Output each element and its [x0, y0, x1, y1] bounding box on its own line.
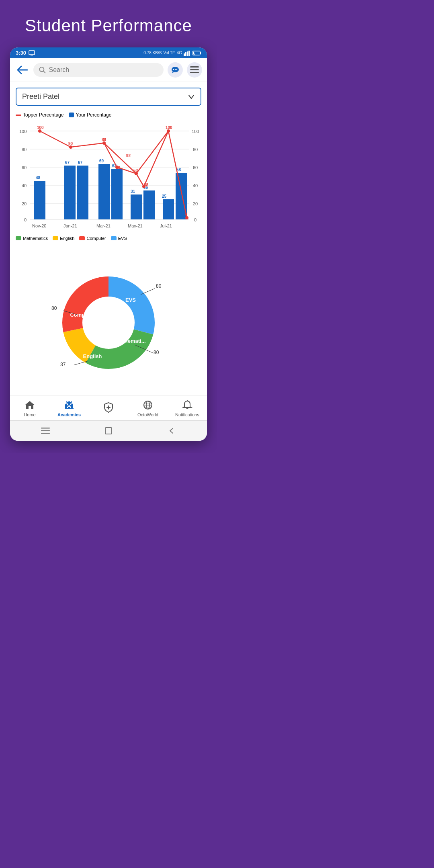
svg-text:100: 100 — [19, 129, 27, 134]
legend-evs: EVS — [111, 236, 127, 241]
svg-rect-1 — [31, 55, 33, 55]
android-back-icon — [167, 426, 176, 435]
svg-text:92: 92 — [126, 154, 131, 158]
donut-svg: EVS Mathemati... English Compute... 80 8… — [44, 258, 173, 387]
nav-item-octoworld[interactable]: OctoWorld — [128, 399, 168, 417]
top-nav — [10, 58, 207, 82]
legend-math-label: Mathematics — [23, 236, 48, 241]
svg-rect-43 — [98, 164, 110, 219]
network-type: 4G — [177, 51, 182, 55]
volte-label: VoLTE — [163, 51, 175, 55]
android-nav — [10, 420, 207, 441]
nav-item-academics[interactable]: Academics — [49, 399, 89, 417]
svg-text:67: 67 — [65, 160, 70, 165]
svg-text:0: 0 — [194, 217, 197, 222]
svg-point-56 — [69, 145, 72, 149]
svg-rect-45 — [111, 169, 123, 219]
svg-text:80: 80 — [22, 147, 27, 152]
svg-text:Jul-21: Jul-21 — [160, 223, 172, 228]
legend-yours-label: Your Percentage — [76, 112, 111, 118]
svg-text:Jan-21: Jan-21 — [63, 223, 77, 228]
message-button[interactable] — [168, 62, 183, 78]
svg-text:60: 60 — [22, 165, 27, 170]
svg-text:37: 37 — [60, 362, 66, 367]
signal-icon — [184, 50, 191, 56]
android-menu-icon — [41, 427, 50, 434]
legend-english: English — [53, 236, 74, 241]
page-title: Student Performance — [17, 0, 200, 47]
message-icon — [171, 66, 180, 74]
svg-text:48: 48 — [36, 176, 41, 180]
nav-notifications-label: Notifications — [175, 412, 199, 417]
menu-button[interactable] — [187, 62, 202, 78]
svg-text:100: 100 — [192, 129, 199, 134]
content-area: Preeti Patel Topper Percentage Your Perc… — [10, 82, 207, 250]
chart-legend: Topper Percentage Your Percentage — [16, 112, 201, 118]
nav-octoworld-label: OctoWorld — [137, 412, 158, 417]
donut-section: EVS Mathemati... English Compute... 80 8… — [10, 250, 207, 395]
android-back-button[interactable] — [166, 425, 178, 437]
status-bar: 3:30 0.78 KB/S VoLTE 4G 6 — [10, 47, 207, 58]
svg-text:Nov-20: Nov-20 — [32, 223, 46, 228]
legend-evs-label: EVS — [118, 236, 127, 241]
svg-line-11 — [43, 71, 45, 73]
svg-rect-18 — [190, 72, 199, 73]
svg-rect-17 — [190, 69, 199, 70]
android-menu-button[interactable] — [39, 425, 51, 437]
svg-line-87 — [141, 289, 155, 295]
battery-icon: 6 — [192, 51, 201, 55]
svg-text:25: 25 — [162, 194, 167, 199]
svg-text:100: 100 — [166, 125, 172, 130]
legend-computer: Computer — [79, 236, 106, 241]
nav-item-notifications[interactable]: Notifications — [168, 399, 207, 417]
bar-chart: 100 80 60 40 20 0 100 80 60 40 20 0 — [16, 121, 201, 233]
svg-text:69: 69 — [99, 159, 104, 163]
svg-rect-110 — [41, 430, 50, 432]
legend-topper: Topper Percentage — [16, 112, 63, 118]
svg-text:88: 88 — [102, 137, 106, 142]
svg-point-15 — [176, 69, 177, 70]
svg-text:80: 80 — [51, 305, 57, 311]
nav-item-center[interactable] — [89, 402, 128, 415]
android-home-button[interactable] — [102, 425, 115, 437]
nav-item-home[interactable]: Home — [10, 399, 49, 417]
svg-rect-2 — [184, 53, 185, 56]
bar-chart-svg: 100 80 60 40 20 0 100 80 60 40 20 0 — [16, 121, 201, 233]
svg-point-14 — [175, 69, 176, 70]
bottom-nav: Home Academics — [10, 395, 207, 420]
dropdown-arrow-icon — [188, 93, 195, 100]
svg-rect-0 — [29, 51, 35, 55]
legend-yours: Your Percentage — [69, 112, 111, 118]
globe-icon — [142, 399, 154, 411]
svg-text:6: 6 — [194, 52, 195, 55]
svg-rect-7 — [200, 52, 201, 54]
legend-computer-label: Computer — [86, 236, 106, 241]
bar-chart-area: Topper Percentage Your Percentage 100 80… — [16, 112, 201, 245]
chart-bottom-legend: Mathematics English Computer EVS — [16, 236, 201, 241]
svg-text:80: 80 — [156, 283, 162, 289]
svg-rect-47 — [131, 194, 142, 219]
svg-text:Mar-21: Mar-21 — [96, 223, 111, 228]
svg-rect-112 — [105, 428, 112, 434]
svg-text:40: 40 — [22, 183, 27, 188]
back-button[interactable] — [15, 63, 29, 77]
svg-text:90: 90 — [68, 141, 73, 146]
home-icon — [24, 399, 35, 411]
svg-text:Mathemati...: Mathemati... — [115, 338, 145, 344]
svg-text:May-21: May-21 — [128, 223, 143, 228]
svg-text:60: 60 — [193, 165, 198, 170]
search-input[interactable] — [49, 66, 158, 74]
svg-text:40: 40 — [193, 183, 198, 188]
shield-plus-icon — [103, 402, 114, 413]
screen-icon — [29, 50, 35, 56]
svg-point-13 — [173, 69, 174, 70]
svg-rect-41 — [77, 166, 88, 219]
svg-text:53: 53 — [133, 168, 138, 173]
legend-topper-label: Topper Percentage — [23, 112, 63, 118]
svg-text:EVS: EVS — [125, 297, 136, 303]
svg-text:80: 80 — [193, 147, 198, 152]
student-dropdown[interactable]: Preeti Patel — [16, 88, 201, 106]
search-bar[interactable] — [33, 63, 164, 77]
svg-text:20: 20 — [193, 201, 198, 206]
svg-rect-16 — [190, 66, 199, 68]
